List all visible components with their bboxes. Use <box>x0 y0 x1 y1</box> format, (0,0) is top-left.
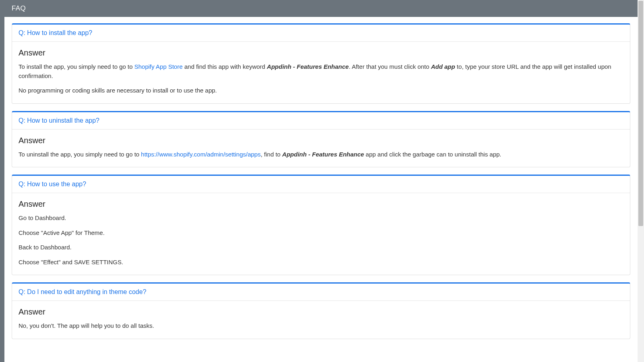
add-app-emphasis: Add app <box>431 63 455 70</box>
faq-question-link[interactable]: Q: How to use the app? <box>19 181 86 187</box>
shopify-admin-link[interactable]: https://www.shopify.com/admin/settings/a… <box>141 151 260 158</box>
answer-text: Back to Dashboard. <box>19 243 623 252</box>
text-run: , find to <box>261 151 282 158</box>
faq-question-row[interactable]: Q: How to uninstall the app? <box>12 112 630 130</box>
page-title: FAQ <box>12 4 26 12</box>
faq-answer-body: Answer Go to Dashboard. Choose "Active A… <box>12 193 630 275</box>
answer-heading: Answer <box>19 200 623 209</box>
answer-heading: Answer <box>19 48 623 58</box>
app-frame: FAQ Q: How to install the app? Answer To… <box>0 0 644 362</box>
answer-heading: Answer <box>19 307 623 317</box>
text-run: To install the app, you simply need to g… <box>19 63 134 70</box>
scrollbar-thumb[interactable] <box>638 1 643 226</box>
faq-card-uninstall: Q: How to uninstall the app? Answer To u… <box>12 111 630 168</box>
scrollbar-track[interactable] <box>638 0 644 362</box>
text-run: and find this app with keyword <box>183 63 267 70</box>
answer-text: To install the app, you simply need to g… <box>19 62 623 80</box>
faq-question-row[interactable]: Q: How to use the app? <box>12 176 630 193</box>
answer-text: No, you don't. The app will help you to … <box>19 321 623 331</box>
text-run: . After that you must click onto <box>349 63 431 70</box>
faq-question-link[interactable]: Q: How to uninstall the app? <box>19 117 99 124</box>
answer-heading: Answer <box>19 136 623 145</box>
faq-answer-body: Answer To uninstall the app, you simply … <box>12 130 630 167</box>
faq-question-link[interactable]: Q: Do I need to edit anything in theme c… <box>19 288 147 295</box>
app-name-emphasis: Appdinh - Features Enhance <box>267 63 349 70</box>
faq-card-install: Q: How to install the app? Answer To ins… <box>12 23 630 104</box>
shopify-app-store-link[interactable]: Shopify App Store <box>134 63 183 70</box>
app-name-emphasis: Appdinh - Features Enhance <box>282 151 364 158</box>
faq-card-use: Q: How to use the app? Answer Go to Dash… <box>12 175 630 275</box>
answer-text: Go to Dashboard. <box>19 214 623 223</box>
faq-answer-body: Answer No, you don't. The app will help … <box>12 301 630 339</box>
faq-question-row[interactable]: Q: How to install the app? <box>12 25 630 42</box>
faq-question-row[interactable]: Q: Do I need to edit anything in theme c… <box>12 284 630 301</box>
faq-card-theme-code: Q: Do I need to edit anything in theme c… <box>12 282 630 339</box>
faq-content: Q: How to install the app? Answer To ins… <box>4 17 638 362</box>
faq-answer-body: Answer To install the app, you simply ne… <box>12 42 630 103</box>
answer-text: Choose "Active App" for Theme. <box>19 228 623 238</box>
text-run: To uninstall the app, you simply need to… <box>19 151 141 158</box>
left-rail <box>0 0 4 362</box>
text-run: app and click the garbage can to uninsta… <box>364 151 501 158</box>
faq-question-link[interactable]: Q: How to install the app? <box>19 29 92 36</box>
answer-text: Choose "Effect" and SAVE SETTINGS. <box>19 258 623 267</box>
page-header: FAQ <box>4 0 640 17</box>
answer-text: To uninstall the app, you simply need to… <box>19 150 623 159</box>
answer-text: No programming or coding skills are nece… <box>19 86 623 95</box>
